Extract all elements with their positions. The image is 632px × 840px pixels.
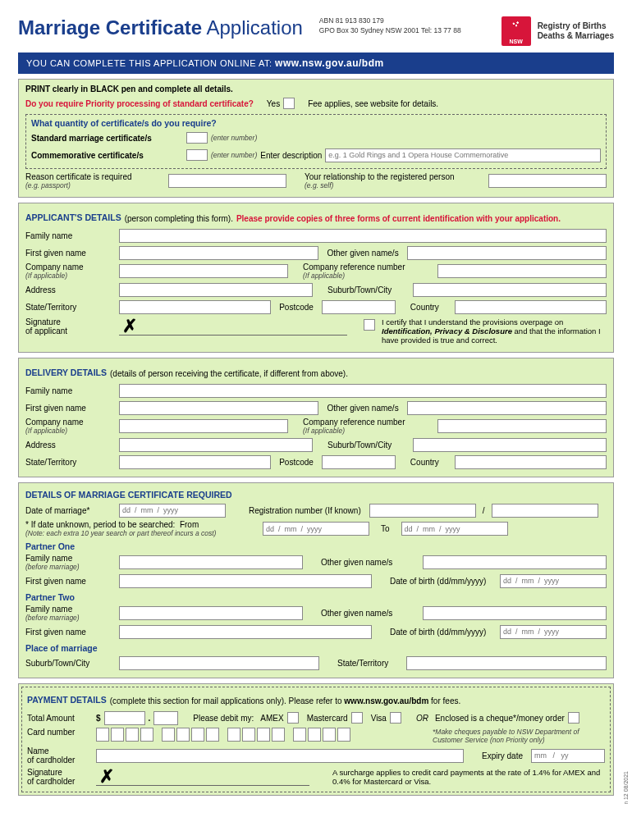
cardholder-signature-field[interactable]: ✗ [96,768,309,786]
delivery-family-name-input[interactable] [119,384,607,398]
applicant-postcode-input[interactable] [322,300,396,314]
cardholder-name-input[interactable] [96,749,464,763]
mastercard-checkbox[interactable] [351,712,363,724]
standard-cert-label: Standard marriage certificate/s [31,134,183,143]
quantity-heading: What quantity of certificate/s do you re… [31,118,601,128]
marriage-suburb-input[interactable] [119,656,319,670]
p2-dob-input[interactable] [500,625,607,639]
nsw-gov-logo: NSW [501,16,531,46]
delivery-first-given-input[interactable] [119,401,318,415]
delivery-address-input[interactable] [119,438,313,452]
delivery-company-name-input[interactable] [119,419,288,433]
applicant-country-input[interactable] [455,300,607,314]
p2-other-given-input[interactable] [423,606,607,620]
p2-family-name-input[interactable] [119,606,303,620]
cheque-note: *Make cheques payable to NSW Department … [433,728,605,744]
commemorative-cert-label: Commemorative certificate/s [31,151,183,160]
section-payment-wrapper: PAYMENT DETAILS (complete this section f… [18,683,614,796]
surcharge-note: A surcharge applies to credit card payme… [332,768,605,786]
place-of-marriage-heading: Place of marriage [25,643,607,653]
registration-number-1-input[interactable] [369,504,476,518]
search-to-input[interactable] [401,522,508,536]
marriage-date-input[interactable] [119,504,226,518]
section-marriage-details: DETAILS OF MARRIAGE CERTIFICATE REQUIRED… [18,482,614,678]
abn-block: ABN 81 913 830 179 GPO Box 30 Sydney NSW… [319,16,501,36]
priority-yes-checkbox[interactable] [283,98,295,109]
section-priority-quantity: PRINT clearly in BLACK pen and complete … [18,79,614,198]
commemorative-qty-input[interactable] [186,149,208,161]
reason-input[interactable] [168,174,286,188]
form-version: Form 12 08/2021 [623,771,629,804]
registration-number-2-input[interactable] [492,504,598,518]
certify-text: I certify that I understand the provisio… [382,317,607,345]
marriage-state-input[interactable] [406,656,607,670]
reason-label: Reason certificate is required [25,172,165,181]
page-title: Marriage Certificate Application [18,16,303,39]
cheque-checkbox[interactable] [568,712,579,724]
delivery-other-given-input[interactable] [407,401,607,415]
section-applicant-details: APPLICANT'S DETAILS (person completing t… [18,203,614,353]
p1-family-name-input[interactable] [119,555,303,569]
applicant-signature-field[interactable]: ✗ [119,317,347,336]
applicant-address-input[interactable] [119,283,313,297]
p1-dob-input[interactable] [500,574,607,588]
id-warning: Please provide copies of three forms of … [236,214,561,223]
applicant-company-name-input[interactable] [119,264,288,278]
delivery-postcode-input[interactable] [322,455,396,469]
logo-block: NSW Registry of Births Deaths & Marriage… [501,16,614,46]
p2-first-given-input[interactable] [119,625,372,639]
section-payment-details: PAYMENT DETAILS (complete this section f… [21,687,611,792]
signature-x-icon: ✗ [99,766,114,788]
p1-other-given-input[interactable] [423,555,607,569]
amount-cents-input[interactable] [153,711,178,725]
online-banner: YOU CAN COMPLETE THIS APPLICATION ONLINE… [18,52,614,74]
relationship-label: Your relationship to the registered pers… [305,172,485,181]
search-from-input[interactable] [263,522,369,536]
applicant-state-input[interactable] [119,300,271,314]
delivery-company-ref-input[interactable] [437,419,607,433]
applicant-family-name-input[interactable] [119,229,607,243]
expiry-date-input[interactable] [531,749,605,763]
signature-x-icon: ✗ [122,316,137,337]
applicant-suburb-input[interactable] [413,283,607,297]
registry-title: Registry of Births Deaths & Marriages [538,21,614,41]
partner-two-heading: Partner Two [25,592,607,602]
partner-one-heading: Partner One [25,541,607,551]
card-number-grid[interactable] [96,728,350,742]
amount-dollars-input[interactable] [104,711,145,725]
certify-checkbox[interactable] [364,319,375,331]
applicant-company-ref-input[interactable] [437,264,607,278]
applicant-first-given-input[interactable] [119,246,318,260]
visa-checkbox[interactable] [390,712,401,724]
priority-question: Do you require Priority processing of st… [25,99,254,108]
page-header: Marriage Certificate Application ABN 81 … [18,16,614,46]
fee-note: Fee applies, see website for details. [308,99,438,108]
section-delivery-details: DELIVERY DETAILS (details of person rece… [18,358,614,477]
delivery-suburb-input[interactable] [413,438,607,452]
amex-checkbox[interactable] [287,712,299,724]
print-instruction: PRINT clearly in BLACK pen and complete … [25,84,607,94]
commemorative-description-input[interactable] [325,148,601,162]
p1-first-given-input[interactable] [119,574,372,588]
delivery-state-input[interactable] [119,455,271,469]
relationship-input[interactable] [488,174,607,188]
standard-qty-input[interactable] [186,132,208,144]
quantity-box: What quantity of certificate/s do you re… [25,114,607,169]
delivery-country-input[interactable] [455,455,607,469]
applicant-other-given-input[interactable] [407,246,607,260]
